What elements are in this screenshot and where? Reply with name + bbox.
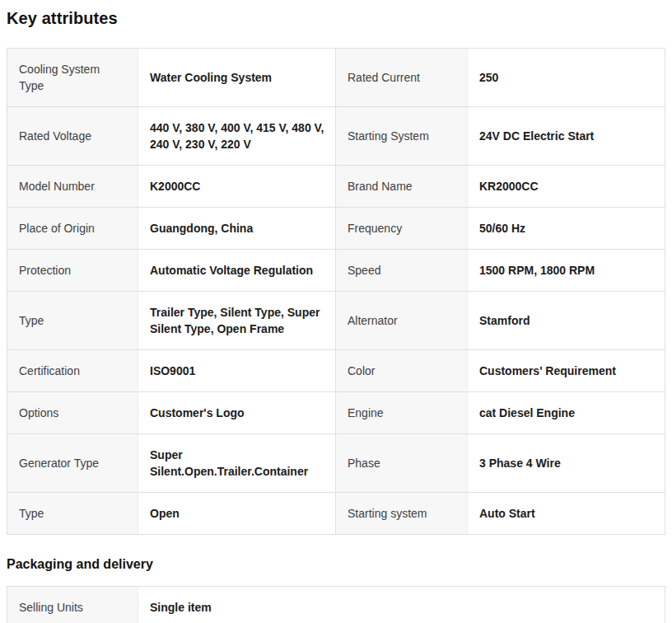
attribute-value-text: Stamford [479, 312, 530, 329]
attribute-key-label: Type [19, 312, 44, 329]
attribute-value-text: Trailer Type, Silent Type, Super Silent … [150, 304, 324, 337]
attribute-key: Type [7, 493, 138, 534]
attribute-value: 250 [468, 49, 665, 106]
attribute-value: Customers' Requirement [468, 350, 665, 391]
attribute-value-text: Water Cooling System [150, 69, 272, 86]
attribute-key-label: Certification [19, 363, 80, 379]
packaging-delivery-title: Packaging and delivery [7, 556, 665, 573]
attribute-key-label: Rated Voltage [19, 128, 91, 144]
attribute-key-label: Type [19, 505, 44, 522]
attribute-key: Alternator [335, 292, 468, 349]
attribute-key: Color [335, 350, 468, 391]
attribute-key: Protection [7, 250, 138, 291]
attribute-value: Open [138, 493, 336, 534]
attribute-value-text: ISO9001 [150, 363, 195, 379]
attribute-key-label: Generator Type [19, 455, 99, 471]
attribute-value: KR2000CC [468, 166, 665, 207]
attribute-value: Automatic Voltage Regulation [138, 250, 336, 291]
product-attributes-panel: Key attributes Cooling System TypeWater … [0, 8, 672, 623]
attribute-value: cat Diesel Engine [468, 392, 665, 433]
attribute-value-text: 50/60 Hz [479, 220, 525, 237]
attribute-key-label: Options [19, 405, 58, 421]
attribute-key-label: Selling Units [19, 599, 83, 616]
attribute-key-label: Protection [19, 262, 71, 279]
attribute-key: Rated Voltage [7, 107, 138, 165]
attribute-value: K2000CC [138, 166, 336, 207]
key-attributes-table: Cooling System TypeWater Cooling SystemR… [7, 48, 665, 535]
attribute-key-label: Phase [348, 455, 380, 471]
table-row: CertificationISO9001ColorCustomers' Requ… [7, 350, 665, 392]
attribute-value-text: Auto Start [479, 505, 535, 522]
attribute-key: Model Number [7, 166, 138, 207]
attribute-value: Single item [138, 587, 665, 623]
attribute-key: Brand Name [335, 166, 468, 207]
attribute-key-label: Alternator [348, 312, 398, 329]
table-row: Rated Voltage440 V, 380 V, 400 V, 415 V,… [7, 107, 665, 166]
attribute-key-label: Frequency [348, 220, 402, 237]
attribute-value: Stamford [468, 292, 665, 349]
attribute-key: Options [7, 392, 138, 433]
table-row: TypeOpenStarting systemAuto Start [7, 493, 665, 534]
attribute-value: 440 V, 380 V, 400 V, 415 V, 480 V, 240 V… [138, 107, 336, 165]
attribute-key: Certification [7, 350, 138, 391]
attribute-value-text: 440 V, 380 V, 400 V, 415 V, 480 V, 240 V… [150, 119, 324, 152]
attribute-key: Rated Current [335, 49, 468, 106]
attribute-key-label: Speed [348, 262, 380, 279]
attribute-key: Cooling System Type [7, 49, 138, 106]
key-attributes-title: Key attributes [7, 8, 665, 28]
attribute-value: 24V DC Electric Start [468, 107, 665, 165]
attribute-value-text: 250 [479, 69, 498, 86]
attribute-value-text: 3 Phase 4 Wire [479, 455, 561, 471]
attribute-key-label: Engine [348, 405, 384, 421]
attribute-key: Place of Origin [7, 208, 138, 249]
table-row: Generator TypeSuper Silent.Open.Trailer.… [7, 434, 665, 493]
attribute-key: Speed [335, 250, 468, 291]
attribute-value-text: KR2000CC [479, 178, 539, 194]
attribute-key: Selling Units [7, 587, 138, 623]
attribute-value-text: Open [150, 505, 180, 522]
attribute-value-text: Customer's Logo [150, 405, 245, 421]
attribute-value-text: 24V DC Electric Start [479, 128, 594, 144]
table-row: Cooling System TypeWater Cooling SystemR… [7, 49, 665, 107]
attribute-value: ISO9001 [138, 350, 336, 391]
attribute-value: Water Cooling System [138, 49, 336, 106]
attribute-value: 1500 RPM, 1800 RPM [468, 250, 665, 291]
attribute-value: Guangdong, China [138, 208, 336, 249]
attribute-key: Starting System [335, 107, 468, 165]
attribute-value-text: K2000CC [150, 178, 200, 194]
table-row: TypeTrailer Type, Silent Type, Super Sil… [7, 292, 665, 350]
attribute-key-label: Starting System [348, 128, 429, 144]
table-row: ProtectionAutomatic Voltage RegulationSp… [7, 250, 665, 292]
attribute-value: Auto Start [468, 493, 665, 534]
attribute-key: Phase [335, 434, 468, 492]
attribute-value-text: 1500 RPM, 1800 RPM [479, 262, 595, 279]
attribute-key-label: Brand Name [348, 178, 413, 194]
attribute-key-label: Place of Origin [19, 220, 95, 237]
attribute-value: Customer's Logo [138, 392, 336, 433]
attribute-key: Engine [335, 392, 468, 433]
attribute-key-label: Rated Current [348, 69, 420, 86]
attribute-value-text: Single item [150, 599, 212, 616]
table-row: OptionsCustomer's LogoEnginecat Diesel E… [7, 392, 665, 434]
attribute-key-label: Color [348, 363, 375, 379]
attribute-value: 50/60 Hz [468, 208, 665, 249]
attribute-key: Type [7, 292, 138, 349]
table-row: Model NumberK2000CCBrand NameKR2000CC [7, 166, 665, 208]
attribute-key: Generator Type [7, 434, 138, 492]
attribute-value: Super Silent.Open.Trailer.Container [138, 434, 336, 492]
attribute-value: Trailer Type, Silent Type, Super Silent … [138, 292, 336, 349]
table-row: Place of OriginGuangdong, ChinaFrequency… [7, 208, 665, 250]
attribute-value-text: Guangdong, China [150, 220, 253, 237]
attribute-key: Starting system [335, 493, 468, 534]
table-row: Selling UnitsSingle item [7, 587, 665, 623]
attribute-key-label: Cooling System Type [19, 61, 126, 94]
attribute-value-text: cat Diesel Engine [479, 405, 575, 421]
attribute-value-text: Super Silent.Open.Trailer.Container [150, 447, 324, 480]
attribute-key-label: Model Number [19, 178, 95, 194]
attribute-key-label: Starting system [348, 505, 427, 522]
attribute-value: 3 Phase 4 Wire [468, 434, 665, 492]
attribute-value-text: Customers' Requirement [479, 363, 616, 379]
packaging-delivery-table: Selling UnitsSingle item [7, 586, 665, 623]
attribute-value-text: Automatic Voltage Regulation [150, 262, 313, 279]
attribute-key: Frequency [335, 208, 468, 249]
